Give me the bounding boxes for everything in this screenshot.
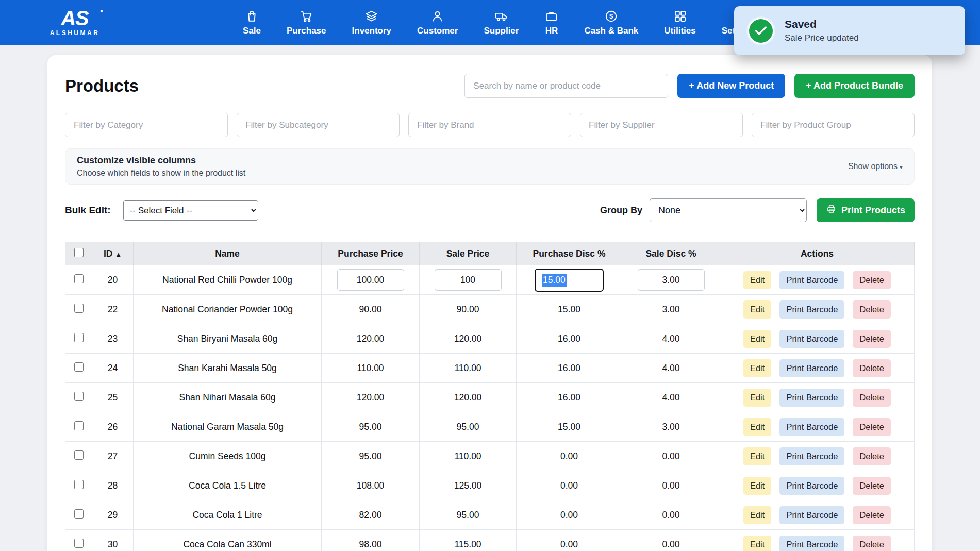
logo[interactable]: AS ALSHUMAR [49, 8, 101, 37]
row-checkbox[interactable] [74, 333, 84, 342]
purchase-price-input[interactable]: 100.00 [337, 269, 404, 291]
bulk-edit-select[interactable]: -- Select Field -- [123, 200, 258, 221]
row-id: 28 [92, 471, 134, 500]
row-name: National Red Chilli Powder 100g [134, 265, 322, 295]
table-row: 27 Cumin Seeds 100g 95.00 95.00 110.00 1… [65, 442, 915, 471]
sale-price-cell: 100 100 [420, 265, 517, 295]
row-id: 23 [92, 324, 134, 354]
edit-button[interactable]: Edit [743, 300, 771, 319]
purchase-disc-input[interactable]: 15.00 [535, 269, 604, 292]
row-checkbox[interactable] [74, 392, 84, 401]
edit-button[interactable]: Edit [743, 271, 771, 289]
row-name: Coca Cola Can 330ml [134, 530, 322, 551]
delete-button[interactable]: Delete [853, 271, 891, 289]
nav-item-inventory[interactable]: Inventory [352, 9, 392, 36]
sale-price-cell: 125.00 125.00 [420, 471, 517, 500]
delete-button[interactable]: Delete [853, 536, 891, 551]
actions-cell: Edit Print Barcode Delete [720, 500, 915, 530]
col-header-sale-price[interactable]: Sale Price [420, 242, 517, 265]
add-product-bundle-button[interactable]: + Add Product Bundle [794, 74, 915, 98]
truck-icon [494, 9, 508, 23]
purchase-disc-cell: 16.00 16.00 [517, 383, 622, 412]
filter-product-group-input[interactable] [752, 113, 915, 137]
row-checkbox[interactable] [74, 304, 84, 313]
delete-button[interactable]: Delete [853, 359, 891, 377]
selected-text: 15.00 [542, 274, 567, 287]
nav-item-cash-bank[interactable]: $ Cash & Bank [584, 9, 638, 36]
purchase-disc-cell: 15.00 15.00 [517, 412, 622, 442]
edit-button[interactable]: Edit [743, 477, 771, 495]
filter-subcategory-input[interactable] [237, 113, 400, 137]
search-input[interactable] [464, 74, 668, 98]
show-options-toggle[interactable]: Show options▾ [848, 162, 903, 171]
row-checkbox[interactable] [74, 362, 84, 372]
print-products-button[interactable]: Print Products [817, 198, 915, 222]
nav-item-customer[interactable]: Customer [417, 9, 458, 36]
row-checkbox[interactable] [74, 274, 84, 283]
grid-icon [673, 9, 687, 23]
purchase-price-cell: 120.00 120.00 [322, 324, 420, 354]
row-checkbox-cell [65, 383, 92, 412]
print-barcode-button[interactable]: Print Barcode [779, 271, 844, 289]
col-header-purchase-price[interactable]: Purchase Price [322, 242, 420, 265]
row-checkbox[interactable] [74, 509, 84, 519]
nav-item-supplier[interactable]: Supplier [484, 9, 519, 36]
print-barcode-button[interactable]: Print Barcode [779, 506, 844, 524]
filter-category-input[interactable] [65, 113, 228, 137]
sale-price-input[interactable]: 100 [435, 269, 502, 291]
row-checkbox[interactable] [74, 539, 84, 548]
purchase-disc-cell: 0.00 0.00 [517, 442, 622, 471]
nav-menu: Sale Purchase Inventory Customer Supplie… [243, 9, 756, 36]
print-barcode-button[interactable]: Print Barcode [779, 418, 844, 436]
delete-button[interactable]: Delete [853, 418, 891, 436]
edit-button[interactable]: Edit [743, 506, 771, 524]
sale-disc-input[interactable]: 3.00 [638, 269, 705, 291]
row-checkbox[interactable] [74, 421, 84, 430]
col-header-name[interactable]: Name [134, 242, 322, 265]
edit-button[interactable]: Edit [743, 359, 771, 377]
customize-subtitle: Choose which fields to show in the produ… [77, 169, 245, 178]
edit-button[interactable]: Edit [743, 418, 771, 436]
edit-button[interactable]: Edit [743, 536, 771, 551]
sale-disc-cell: 4.00 4.00 [622, 324, 720, 354]
row-checkbox[interactable] [74, 480, 84, 489]
row-name: Coca Cola 1 Litre [134, 500, 322, 530]
nav-item-hr[interactable]: HR [544, 9, 558, 36]
select-all-checkbox[interactable] [74, 248, 84, 257]
print-barcode-button[interactable]: Print Barcode [779, 447, 844, 465]
col-header-id[interactable]: ID ▲ [92, 242, 134, 265]
delete-button[interactable]: Delete [853, 300, 891, 319]
print-barcode-button[interactable]: Print Barcode [779, 330, 844, 348]
row-checkbox[interactable] [74, 450, 84, 460]
delete-button[interactable]: Delete [853, 389, 891, 407]
edit-button[interactable]: Edit [743, 447, 771, 465]
delete-button[interactable]: Delete [853, 477, 891, 495]
print-barcode-button[interactable]: Print Barcode [779, 359, 844, 377]
filter-supplier-input[interactable] [580, 113, 743, 137]
print-barcode-button[interactable]: Print Barcode [779, 300, 844, 319]
purchase-disc-cell: 16.00 16.00 [517, 354, 622, 383]
group-by-select[interactable]: None [650, 198, 807, 222]
delete-button[interactable]: Delete [853, 330, 891, 348]
col-header-purchase-disc[interactable]: Purchase Disc % [517, 242, 622, 265]
edit-button[interactable]: Edit [743, 330, 771, 348]
svg-text:$: $ [609, 12, 613, 20]
nav-item-utilities[interactable]: Utilities [664, 9, 695, 36]
sale-price-cell: 120.00 120.00 [420, 324, 517, 354]
col-header-sale-disc[interactable]: Sale Disc % [622, 242, 720, 265]
briefcase-icon [544, 9, 558, 23]
products-table: ID ▲ Name Purchase Price Sale Price Purc… [65, 242, 915, 551]
print-barcode-button[interactable]: Print Barcode [779, 536, 844, 551]
actions-cell: Edit Print Barcode Delete [720, 354, 915, 383]
delete-button[interactable]: Delete [853, 506, 891, 524]
print-barcode-button[interactable]: Print Barcode [779, 389, 844, 407]
print-barcode-button[interactable]: Print Barcode [779, 477, 844, 495]
row-checkbox-cell [65, 530, 92, 551]
filter-brand-input[interactable] [408, 113, 571, 137]
edit-button[interactable]: Edit [743, 389, 771, 407]
purchase-price-cell: 90.00 90.00 [322, 295, 420, 324]
add-new-product-button[interactable]: + Add New Product [677, 74, 785, 98]
nav-item-sale[interactable]: Sale [243, 9, 261, 36]
nav-item-purchase[interactable]: Purchase [287, 9, 326, 36]
delete-button[interactable]: Delete [853, 447, 891, 465]
